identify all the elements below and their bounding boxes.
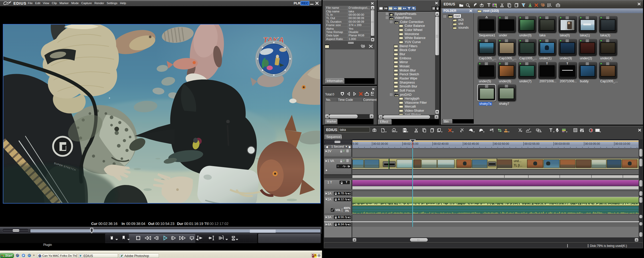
svg-text:e: e xyxy=(29,254,30,257)
